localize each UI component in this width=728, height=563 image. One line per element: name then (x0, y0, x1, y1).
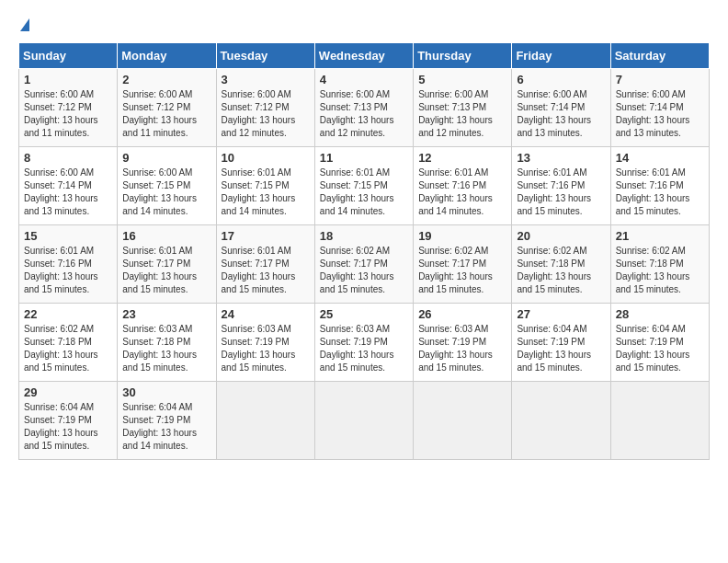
day-number: 18 (320, 229, 408, 243)
day-number: 21 (616, 229, 704, 243)
calendar-cell (216, 382, 314, 460)
day-number: 23 (122, 307, 210, 321)
day-number: 6 (517, 73, 605, 86)
calendar-cell: 22 Sunrise: 6:02 AM Sunset: 7:18 PM Dayl… (19, 304, 118, 382)
calendar-week-5: 29 Sunrise: 6:04 AM Sunset: 7:19 PM Dayl… (19, 382, 710, 460)
day-details: Sunrise: 6:03 AM Sunset: 7:19 PM Dayligh… (320, 323, 408, 374)
day-details: Sunrise: 6:00 AM Sunset: 7:14 PM Dayligh… (616, 88, 704, 140)
day-header-monday: Monday (118, 43, 216, 69)
calendar-cell: 5 Sunrise: 6:00 AM Sunset: 7:13 PM Dayli… (414, 69, 512, 147)
calendar-cell: 1 Sunrise: 6:00 AM Sunset: 7:12 PM Dayli… (19, 69, 118, 147)
day-number: 12 (418, 151, 506, 165)
calendar-cell: 9 Sunrise: 6:00 AM Sunset: 7:15 PM Dayli… (118, 147, 216, 225)
day-details: Sunrise: 6:03 AM Sunset: 7:18 PM Dayligh… (122, 323, 210, 374)
day-details: Sunrise: 6:00 AM Sunset: 7:13 PM Dayligh… (418, 88, 506, 140)
calendar-cell: 18 Sunrise: 6:02 AM Sunset: 7:17 PM Dayl… (314, 225, 413, 304)
calendar-cell: 7 Sunrise: 6:00 AM Sunset: 7:14 PM Dayli… (610, 69, 709, 147)
day-details: Sunrise: 6:01 AM Sunset: 7:16 PM Dayligh… (616, 167, 704, 218)
day-header-saturday: Saturday (610, 43, 709, 69)
day-details: Sunrise: 6:02 AM Sunset: 7:18 PM Dayligh… (616, 245, 704, 296)
day-number: 2 (122, 73, 210, 86)
day-details: Sunrise: 6:02 AM Sunset: 7:18 PM Dayligh… (24, 323, 112, 374)
calendar-table: SundayMondayTuesdayWednesdayThursdayFrid… (18, 42, 710, 460)
day-details: Sunrise: 6:03 AM Sunset: 7:19 PM Dayligh… (418, 323, 506, 374)
calendar-cell: 13 Sunrise: 6:01 AM Sunset: 7:16 PM Dayl… (512, 147, 610, 225)
day-details: Sunrise: 6:00 AM Sunset: 7:14 PM Dayligh… (517, 88, 605, 140)
day-number: 4 (320, 73, 408, 86)
day-number: 11 (320, 151, 408, 165)
day-header-tuesday: Tuesday (216, 43, 314, 69)
calendar-cell: 4 Sunrise: 6:00 AM Sunset: 7:13 PM Dayli… (314, 69, 413, 147)
calendar-cell: 23 Sunrise: 6:03 AM Sunset: 7:18 PM Dayl… (118, 304, 216, 382)
calendar-cell (314, 382, 413, 460)
day-details: Sunrise: 6:02 AM Sunset: 7:17 PM Dayligh… (418, 245, 506, 296)
calendar-cell: 27 Sunrise: 6:04 AM Sunset: 7:19 PM Dayl… (512, 304, 610, 382)
day-number: 15 (24, 229, 112, 243)
calendar-cell: 10 Sunrise: 6:01 AM Sunset: 7:15 PM Dayl… (216, 147, 314, 225)
day-number: 24 (222, 307, 310, 321)
logo (18, 18, 29, 33)
days-header-row: SundayMondayTuesdayWednesdayThursdayFrid… (19, 43, 710, 69)
day-number: 25 (320, 307, 408, 321)
day-details: Sunrise: 6:02 AM Sunset: 7:18 PM Dayligh… (517, 245, 605, 296)
day-number: 17 (222, 229, 310, 243)
day-details: Sunrise: 6:02 AM Sunset: 7:17 PM Dayligh… (320, 245, 408, 296)
day-details: Sunrise: 6:04 AM Sunset: 7:19 PM Dayligh… (517, 323, 605, 374)
calendar-cell (512, 382, 610, 460)
calendar-cell (414, 382, 512, 460)
calendar-cell: 8 Sunrise: 6:00 AM Sunset: 7:14 PM Dayli… (19, 147, 118, 225)
calendar-body: 1 Sunrise: 6:00 AM Sunset: 7:12 PM Dayli… (19, 69, 710, 460)
day-number: 14 (616, 151, 704, 165)
calendar-cell: 3 Sunrise: 6:00 AM Sunset: 7:12 PM Dayli… (216, 69, 314, 147)
day-number: 16 (122, 229, 210, 243)
day-details: Sunrise: 6:01 AM Sunset: 7:16 PM Dayligh… (418, 167, 506, 218)
day-header-wednesday: Wednesday (314, 43, 413, 69)
day-details: Sunrise: 6:04 AM Sunset: 7:19 PM Dayligh… (616, 323, 704, 374)
calendar-cell: 14 Sunrise: 6:01 AM Sunset: 7:16 PM Dayl… (610, 147, 709, 225)
day-number: 19 (418, 229, 506, 243)
logo-icon (20, 18, 29, 31)
calendar-cell: 6 Sunrise: 6:00 AM Sunset: 7:14 PM Dayli… (512, 69, 610, 147)
day-header-thursday: Thursday (414, 43, 512, 69)
day-number: 26 (418, 307, 506, 321)
calendar-week-3: 15 Sunrise: 6:01 AM Sunset: 7:16 PM Dayl… (19, 225, 710, 304)
day-number: 9 (122, 151, 210, 165)
day-number: 1 (24, 73, 112, 86)
calendar-cell: 15 Sunrise: 6:01 AM Sunset: 7:16 PM Dayl… (19, 225, 118, 304)
calendar-cell: 25 Sunrise: 6:03 AM Sunset: 7:19 PM Dayl… (314, 304, 413, 382)
day-details: Sunrise: 6:03 AM Sunset: 7:19 PM Dayligh… (222, 323, 310, 374)
calendar-cell: 2 Sunrise: 6:00 AM Sunset: 7:12 PM Dayli… (118, 69, 216, 147)
day-details: Sunrise: 6:00 AM Sunset: 7:12 PM Dayligh… (24, 88, 112, 140)
calendar-cell: 28 Sunrise: 6:04 AM Sunset: 7:19 PM Dayl… (610, 304, 709, 382)
calendar-cell (610, 382, 709, 460)
calendar-cell: 20 Sunrise: 6:02 AM Sunset: 7:18 PM Dayl… (512, 225, 610, 304)
day-details: Sunrise: 6:01 AM Sunset: 7:15 PM Dayligh… (320, 167, 408, 218)
day-number: 3 (222, 73, 310, 86)
calendar-week-1: 1 Sunrise: 6:00 AM Sunset: 7:12 PM Dayli… (19, 69, 710, 147)
day-number: 28 (616, 307, 704, 321)
day-details: Sunrise: 6:00 AM Sunset: 7:15 PM Dayligh… (122, 167, 210, 218)
day-number: 20 (517, 229, 605, 243)
day-number: 22 (24, 307, 112, 321)
page-header (18, 18, 710, 33)
day-details: Sunrise: 6:01 AM Sunset: 7:16 PM Dayligh… (24, 245, 112, 296)
day-number: 29 (24, 385, 112, 399)
calendar-week-4: 22 Sunrise: 6:02 AM Sunset: 7:18 PM Dayl… (19, 304, 710, 382)
day-details: Sunrise: 6:00 AM Sunset: 7:14 PM Dayligh… (24, 167, 112, 218)
calendar-cell: 12 Sunrise: 6:01 AM Sunset: 7:16 PM Dayl… (414, 147, 512, 225)
calendar-cell: 30 Sunrise: 6:04 AM Sunset: 7:19 PM Dayl… (118, 382, 216, 460)
day-number: 27 (517, 307, 605, 321)
day-number: 30 (122, 385, 210, 399)
day-details: Sunrise: 6:00 AM Sunset: 7:12 PM Dayligh… (122, 88, 210, 140)
calendar-cell: 29 Sunrise: 6:04 AM Sunset: 7:19 PM Dayl… (19, 382, 118, 460)
calendar-week-2: 8 Sunrise: 6:00 AM Sunset: 7:14 PM Dayli… (19, 147, 710, 225)
day-header-friday: Friday (512, 43, 610, 69)
day-details: Sunrise: 6:01 AM Sunset: 7:17 PM Dayligh… (222, 245, 310, 296)
calendar-cell: 24 Sunrise: 6:03 AM Sunset: 7:19 PM Dayl… (216, 304, 314, 382)
day-number: 10 (222, 151, 310, 165)
calendar-cell: 11 Sunrise: 6:01 AM Sunset: 7:15 PM Dayl… (314, 147, 413, 225)
calendar-cell: 19 Sunrise: 6:02 AM Sunset: 7:17 PM Dayl… (414, 225, 512, 304)
day-number: 13 (517, 151, 605, 165)
day-details: Sunrise: 6:01 AM Sunset: 7:15 PM Dayligh… (222, 167, 310, 218)
day-details: Sunrise: 6:00 AM Sunset: 7:13 PM Dayligh… (320, 88, 408, 140)
